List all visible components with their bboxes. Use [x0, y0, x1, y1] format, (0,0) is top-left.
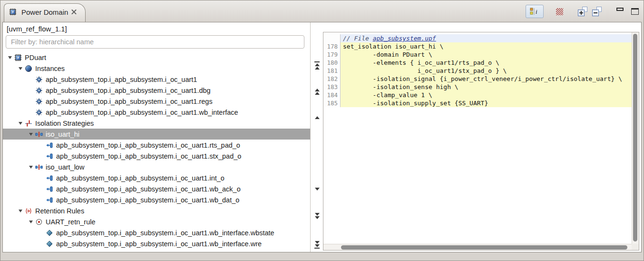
- code-line: 181 i_oc_uart1/stx_pad_o } \: [323, 67, 632, 75]
- code-text: -clamp_value 1 \: [341, 91, 632, 99]
- code-text: -isolation_supply_set {SS_UART}: [341, 99, 632, 107]
- tree-row[interactable]: apb_subsystem_top.i_apb_subsystem.i_oc_u…: [3, 194, 310, 205]
- previous-group-button[interactable]: [313, 87, 321, 96]
- collapse-all-button[interactable]: [592, 7, 602, 16]
- next-button[interactable]: [313, 185, 321, 193]
- tree-row[interactable]: apb_subsystem_top.i_apb_subsystem.i_oc_u…: [3, 172, 310, 183]
- power-domain-tree: PDuartInstancesapb_subsystem_top.i_apb_s…: [3, 22, 310, 252]
- show-properties-button[interactable]: i: [526, 5, 544, 18]
- triangle-up-icon: [315, 92, 320, 95]
- file-link[interactable]: apb_subsystem.upf: [373, 35, 436, 42]
- line-number: 183: [323, 83, 341, 91]
- tree-row[interactable]: apb_subsystem_top.i_apb_subsystem.i_oc_u…: [3, 238, 310, 249]
- line-number: 184: [323, 91, 341, 99]
- code-text: // File apb_subsystem.upf: [341, 34, 632, 42]
- retention-rules-icon: [25, 207, 32, 215]
- register-icon: [46, 229, 53, 237]
- tree-row[interactable]: Isolation Strategies: [3, 118, 310, 129]
- view-toolbar: i: [526, 4, 639, 19]
- properties-icon: i: [529, 7, 540, 16]
- tree-row[interactable]: apb_subsystem_top.i_apb_subsystem.i_oc_u…: [3, 85, 310, 96]
- tree-row[interactable]: Instances: [3, 63, 310, 74]
- isolation-strategies-icon: [25, 120, 32, 127]
- tree-indent: [3, 243, 37, 244]
- tree-label: PDuart: [25, 54, 46, 61]
- port-icon: [46, 174, 53, 182]
- tree-label: apb_subsystem_top.i_apb_subsystem.i_oc_u…: [46, 87, 211, 94]
- port-icon: [46, 152, 53, 160]
- expander-down-icon[interactable]: [27, 221, 35, 223]
- line-number: [323, 34, 341, 42]
- expand-all-button[interactable]: [577, 7, 588, 16]
- horizontal-scrollbar-thumb[interactable]: [341, 245, 627, 250]
- vertical-scrollbar[interactable]: [632, 32, 639, 244]
- line-number: 179: [323, 50, 341, 59]
- module-instance-icon: [35, 76, 43, 83]
- expander-down-icon[interactable]: [6, 56, 14, 59]
- tree-row[interactable]: apb_subsystem_top.i_apb_subsystem.i_oc_u…: [3, 140, 310, 151]
- tree-row[interactable]: iso_uart_hi: [3, 129, 310, 140]
- previous-button[interactable]: [313, 113, 321, 122]
- bar-icon: [314, 248, 320, 249]
- code-line: 183 -isolation_sense high \: [323, 83, 632, 91]
- tree-indent: [3, 178, 37, 178]
- horizontal-scrollbar[interactable]: [323, 244, 632, 250]
- minus-icon: [592, 10, 599, 16]
- scrollbar-corner: [632, 244, 639, 250]
- tree-row[interactable]: UART_retn_rule: [3, 216, 310, 227]
- tree-row[interactable]: iso_uart_low: [3, 161, 310, 172]
- tree-indent: [3, 112, 27, 112]
- triangle-down-icon: [315, 216, 320, 219]
- tab-power-domain[interactable]: Power Domain: [4, 3, 86, 22]
- highlight-disabled-icon[interactable]: [556, 8, 563, 15]
- tree-label: Isolation Strategies: [35, 120, 94, 127]
- triangle-down-icon: [315, 244, 320, 247]
- tab-title: Power Domain: [21, 8, 68, 16]
- code-line: 179 -domain PDuart \: [323, 50, 632, 59]
- maximize-view-button[interactable]: [631, 8, 639, 15]
- minimize-view-button[interactable]: [616, 8, 624, 11]
- power-domain-icon: [14, 54, 22, 61]
- tree-row[interactable]: apb_subsystem_top.i_apb_subsystem.i_oc_u…: [3, 107, 310, 118]
- tree-row[interactable]: apb_subsystem_top.i_apb_subsystem.i_oc_u…: [3, 96, 310, 107]
- tree-indent: [3, 211, 16, 211]
- expander-down-icon[interactable]: [16, 210, 24, 212]
- tree-row[interactable]: apb_subsystem_top.i_apb_subsystem.i_oc_u…: [3, 151, 310, 161]
- tree-row[interactable]: apb_subsystem_top.i_apb_subsystem.i_oc_u…: [3, 74, 310, 85]
- triangle-down-icon: [315, 188, 320, 191]
- code-line: // File apb_subsystem.upf: [323, 34, 632, 42]
- vertical-scrollbar-thumb[interactable]: [633, 34, 637, 241]
- port-icon: [46, 141, 53, 149]
- code-line: 184 -clamp_value 1 \: [323, 91, 632, 99]
- bar-icon: [314, 61, 320, 62]
- go-to-first-button[interactable]: [313, 61, 321, 70]
- expander-down-icon[interactable]: [16, 67, 24, 70]
- tree-row[interactable]: apb_subsystem_top.i_apb_subsystem.i_oc_u…: [3, 183, 310, 194]
- close-tab-icon[interactable]: [71, 10, 77, 15]
- tree-label: apb_subsystem_top.i_apb_subsystem.i_oc_u…: [56, 229, 274, 237]
- code-line: 182 -isolation_signal {i_power_ctrl_vene…: [323, 75, 632, 83]
- tree-label: apb_subsystem_top.i_apb_subsystem.i_oc_u…: [56, 196, 239, 204]
- port-icon: [46, 185, 53, 193]
- go-to-last-button[interactable]: [313, 241, 321, 249]
- expander-down-icon[interactable]: [27, 166, 35, 169]
- instances-folder-icon: [25, 65, 32, 72]
- expander-down-icon[interactable]: [16, 122, 24, 125]
- code-text: -domain PDuart \: [341, 50, 632, 59]
- tree-label: apb_subsystem_top.i_apb_subsystem.i_oc_u…: [46, 98, 213, 105]
- code-line: 180 -elements { i_oc_uart1/rts_pad_o \: [323, 59, 632, 67]
- triangle-down-icon: [315, 241, 320, 244]
- module-instance-icon: [35, 98, 43, 105]
- port-icon: [46, 196, 53, 204]
- tree-indent: [3, 189, 37, 189]
- expander-down-icon[interactable]: [27, 133, 35, 136]
- tree-indent: [3, 90, 27, 90]
- line-number: 178: [323, 42, 341, 50]
- navigation-column: [310, 22, 323, 252]
- tab-bar: Power Domain i: [0, 0, 644, 22]
- tree-indent: [3, 232, 37, 233]
- tree-row[interactable]: apb_subsystem_top.i_apb_subsystem.i_oc_u…: [3, 227, 310, 238]
- tree-row[interactable]: Retention Rules: [3, 205, 310, 216]
- tree-row[interactable]: PDuart: [3, 52, 310, 63]
- next-group-button[interactable]: [313, 211, 321, 220]
